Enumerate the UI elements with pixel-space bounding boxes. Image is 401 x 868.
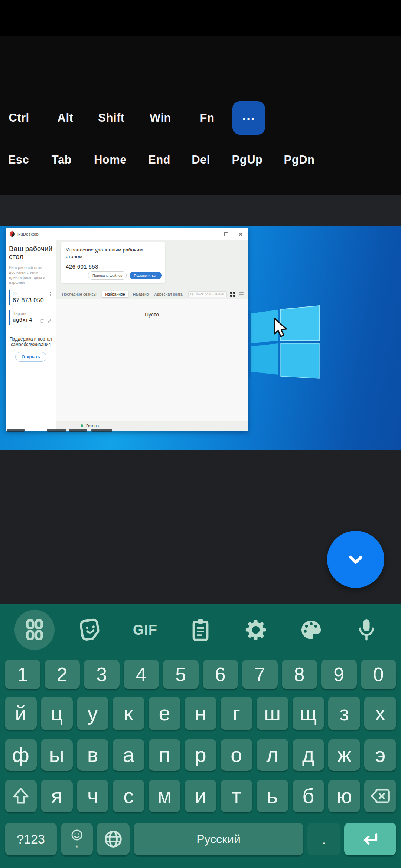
tab-address-book[interactable]: Адресная книга	[154, 292, 183, 296]
key-esc[interactable]: Esc	[8, 153, 29, 167]
close-icon[interactable]	[238, 232, 242, 236]
key-н[interactable]: н	[185, 697, 216, 730]
empty-state-text: Пусто	[56, 312, 248, 318]
key-в[interactable]: в	[77, 739, 109, 771]
key-0[interactable]: 0	[361, 660, 397, 689]
key-ctrl[interactable]: Ctrl	[9, 111, 29, 125]
key-2[interactable]: 2	[45, 660, 80, 689]
key-pgup[interactable]: PgUp	[232, 153, 263, 167]
apps-grid-button[interactable]	[12, 608, 57, 652]
sessions-tabbar: Последние сеансы Избранное Найдено Адрес…	[56, 290, 248, 298]
key-ц[interactable]: ц	[41, 697, 73, 730]
period-key[interactable]: .	[307, 823, 340, 855]
language-switch-key[interactable]	[97, 823, 130, 855]
key-о[interactable]: о	[221, 739, 252, 771]
id-field[interactable]: ID 67 873 050	[9, 290, 53, 305]
edit-pencil-icon[interactable]	[47, 319, 52, 323]
themes-button[interactable]	[289, 608, 333, 652]
search-input[interactable]: Поиск по ID, имени	[188, 291, 227, 297]
key-л[interactable]: л	[257, 739, 288, 771]
key-8[interactable]: 8	[282, 660, 317, 689]
key-э[interactable]: э	[364, 739, 396, 771]
key-м[interactable]: м	[149, 780, 180, 812]
settings-button[interactable]	[234, 608, 278, 652]
key-home[interactable]: Home	[94, 153, 127, 167]
key-9[interactable]: 9	[321, 660, 357, 689]
key-win[interactable]: Win	[150, 111, 171, 125]
microphone-icon	[356, 618, 377, 642]
key-т[interactable]: т	[221, 780, 252, 812]
key-5[interactable]: 5	[163, 660, 199, 689]
key-з[interactable]: з	[328, 697, 360, 730]
key-й[interactable]: й	[5, 697, 37, 730]
backspace-key[interactable]	[364, 780, 396, 812]
tab-favorites[interactable]: Избранное	[102, 291, 128, 297]
support-link[interactable]: Поддержка и портал самообслуживания	[9, 336, 53, 348]
key-fn[interactable]: Fn	[200, 111, 215, 125]
key-tab[interactable]: Tab	[52, 153, 72, 167]
minimize-icon[interactable]	[210, 234, 214, 234]
rudesktop-window: RuDesktop Ваш рабочий стол Ваш рабочий с…	[6, 228, 248, 431]
tab-discovered[interactable]: Найдено	[133, 292, 149, 296]
key-4[interactable]: 4	[124, 660, 159, 689]
file-transfer-button[interactable]: Передача файлов	[88, 271, 127, 280]
sidebar-heading: Ваш рабочий стол	[9, 245, 53, 261]
gear-icon	[244, 618, 267, 641]
key-и[interactable]: и	[185, 780, 216, 812]
bottom-row: ?123 , Русский .	[0, 823, 401, 855]
key-щ[interactable]: щ	[293, 697, 325, 730]
voice-input-button[interactable]	[344, 608, 389, 652]
key-ф[interactable]: ф	[5, 739, 37, 771]
key-ю[interactable]: ю	[328, 780, 360, 812]
key-del[interactable]: Del	[192, 153, 210, 167]
key-е[interactable]: е	[149, 697, 180, 730]
key-с[interactable]: с	[113, 780, 144, 812]
more-keys-button[interactable]: ...	[232, 101, 265, 135]
key-г[interactable]: г	[221, 697, 252, 730]
clipboard-button[interactable]	[178, 608, 223, 652]
key-д[interactable]: д	[293, 739, 325, 771]
key-ы[interactable]: ы	[41, 739, 73, 771]
shift-key[interactable]	[5, 780, 37, 812]
shift-icon	[11, 786, 30, 806]
key-ч[interactable]: ч	[77, 780, 109, 812]
refresh-icon[interactable]	[39, 319, 44, 323]
key-а[interactable]: а	[113, 739, 144, 771]
connect-button[interactable]: Подключиться	[130, 272, 162, 279]
emoji-comma-key[interactable]: ,	[61, 823, 93, 855]
key-у[interactable]: у	[77, 697, 109, 730]
open-button[interactable]: Открыть	[15, 352, 46, 362]
key-1[interactable]: 1	[5, 660, 40, 689]
key-alt[interactable]: Alt	[58, 111, 74, 125]
key-п[interactable]: п	[149, 739, 180, 771]
key-shift[interactable]: Shift	[98, 111, 124, 125]
maximize-icon[interactable]	[224, 232, 228, 236]
key-6[interactable]: 6	[203, 660, 238, 689]
key-ь[interactable]: ь	[257, 780, 288, 812]
collapse-fab-button[interactable]	[327, 531, 384, 588]
kebab-menu-icon[interactable]	[50, 292, 52, 296]
key-end[interactable]: End	[148, 153, 170, 167]
stickers-button[interactable]	[68, 608, 112, 652]
grid-view-icon[interactable]	[230, 292, 235, 297]
remote-id-input[interactable]: 426 601 653	[66, 263, 160, 270]
key-3[interactable]: 3	[84, 660, 120, 689]
key-х[interactable]: х	[364, 697, 396, 730]
key-ш[interactable]: ш	[257, 697, 288, 730]
enter-key[interactable]	[344, 823, 396, 855]
key-я[interactable]: я	[41, 780, 73, 812]
key-pgdn[interactable]: PgDn	[284, 153, 315, 167]
symbols-key[interactable]: ?123	[5, 823, 57, 855]
password-field[interactable]: Пароль ug6xr4	[9, 310, 53, 325]
list-view-icon[interactable]	[239, 292, 244, 296]
tab-recent-sessions[interactable]: Последние сеансы	[62, 292, 96, 296]
key-7[interactable]: 7	[242, 660, 278, 689]
key-ж[interactable]: ж	[328, 739, 360, 771]
window-titlebar[interactable]: RuDesktop	[6, 228, 248, 240]
gif-button[interactable]: GIF	[123, 608, 167, 652]
key-б[interactable]: б	[293, 780, 325, 812]
key-р[interactable]: р	[185, 739, 216, 771]
space-bar[interactable]: Русский	[134, 823, 303, 855]
clipboard-icon	[189, 618, 212, 642]
key-к[interactable]: к	[113, 697, 144, 730]
